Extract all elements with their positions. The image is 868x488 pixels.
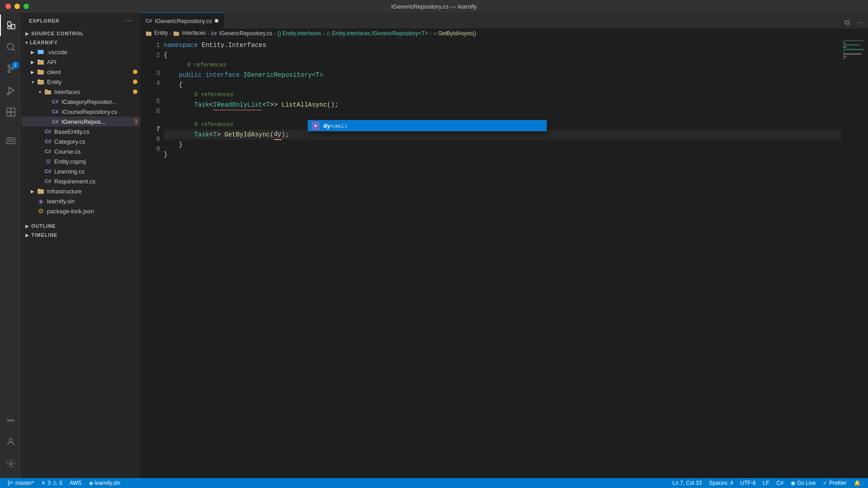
extensions-activity-icon[interactable]: [0, 101, 22, 123]
status-prettier[interactable]: ✓ Prettier: [819, 480, 850, 486]
svg-rect-11: [7, 112, 11, 116]
outline-section[interactable]: ▶ OUTLINE: [22, 221, 140, 230]
source-control-activity-icon[interactable]: 1: [0, 58, 22, 80]
go-live-icon: ◉: [791, 480, 795, 486]
svg-rect-15: [7, 138, 15, 144]
timeline-section[interactable]: ▶ TIMELINE: [22, 230, 140, 239]
svg-rect-13: [7, 108, 11, 112]
gt-7: >: [217, 130, 225, 140]
tree-item-packagelockjson[interactable]: ▶ ⚙ package-lock.json: [22, 206, 140, 216]
encoding-text: UTF-8: [741, 480, 756, 486]
timeline-label: TIMELINE: [31, 232, 57, 238]
minimap-line-6: [843, 51, 844, 52]
solution-icon: ◈: [89, 480, 93, 486]
breadcrumb-method[interactable]: ○ GetByIdAsync(): [433, 30, 476, 37]
json-icon: ⚙: [36, 207, 45, 215]
more-actions-icon[interactable]: ···: [855, 17, 864, 28]
status-bell[interactable]: 🔔: [850, 480, 864, 486]
tree-item-baseentity[interactable]: ▶ C# BaseEntity.cs: [22, 127, 140, 136]
autocomplete-item-label: dynamic: [323, 122, 348, 129]
tree-item-entitycsproj[interactable]: ▶ ⊡ Entity.csproj: [22, 156, 140, 166]
tree-item-requirement[interactable]: ▶ C# Requirement.cs: [22, 176, 140, 186]
svg-point-36: [8, 481, 10, 483]
status-encoding[interactable]: UTF-8: [737, 480, 760, 486]
indent-3: [164, 70, 179, 80]
aws-activity-icon[interactable]: aws: [0, 409, 22, 431]
source-control-label: SOURCE CONTROL: [31, 31, 84, 36]
tree-item-vscode[interactable]: ▶ .vscode: [22, 47, 140, 57]
remote-activity-icon[interactable]: [0, 130, 22, 152]
editor-content[interactable]: 1 2 · 3 4 · 5 6 · 7 8 9 namespace: [140, 38, 868, 478]
explorer-activity-icon[interactable]: [0, 14, 22, 36]
tree-label-learnifysln: learnify.sln: [47, 198, 140, 205]
settings-activity-icon[interactable]: [0, 453, 22, 474]
minimize-button[interactable]: [14, 4, 20, 9]
split-editor-icon[interactable]: ⧉: [843, 17, 851, 28]
tree-item-icategoryrepo[interactable]: ▶ C# ICategoryRepositor...: [22, 97, 140, 107]
run-activity-icon[interactable]: [0, 80, 22, 101]
tree-chevron-api: ▶: [29, 60, 36, 65]
breadcrumb-interface[interactable]: ◇ Entity.Interfaces.IGenericRepository<T…: [326, 30, 428, 37]
tree-label-course: Course.cs: [54, 148, 140, 155]
tab-bar: C# IGenericRepository.cs ⧉ ···: [140, 13, 868, 28]
tab-label: IGenericRepository.cs: [155, 18, 212, 24]
status-position[interactable]: Ln 7, Col 33: [669, 480, 706, 486]
learnify-section[interactable]: ▾ LEARNIFY: [22, 38, 140, 47]
line-num-2: 2: [140, 50, 160, 60]
tree-item-category[interactable]: ▶ C# Category.cs: [22, 136, 140, 146]
tree-item-infrastructure[interactable]: ▶ Infrastructure: [22, 186, 140, 196]
bell-icon: 🔔: [854, 480, 861, 486]
code-line-9: }: [164, 150, 841, 160]
breadcrumb-interfaces[interactable]: Interfaces: [173, 30, 206, 37]
autocomplete-item-icon: ◈: [311, 122, 320, 130]
cs-icon-icourserepo: C#: [51, 109, 60, 114]
indent-5: [164, 100, 194, 110]
status-solution[interactable]: ◈ learnify.sln: [85, 478, 124, 488]
minimap-line-5: [843, 49, 864, 50]
tree-label-entitycsproj: Entity.csproj: [54, 158, 140, 165]
hint-text-getbyid: 0 references: [194, 122, 233, 128]
close-button[interactable]: [5, 4, 11, 9]
tree-item-learnifysln[interactable]: ▶ ◈ learnify.sln: [22, 196, 140, 206]
csproj-icon: ⊡: [43, 159, 52, 164]
type-t: T: [266, 100, 270, 110]
tree-item-icourserepo[interactable]: ▶ C# ICourseRepository.cs: [22, 107, 140, 117]
status-go-live[interactable]: ◉ Go Live: [787, 480, 819, 486]
tree-item-interfaces[interactable]: ▾ Interfaces: [22, 87, 140, 97]
timeline-chevron: ▶: [25, 233, 29, 238]
status-language[interactable]: C#: [773, 480, 787, 486]
status-errors[interactable]: ✕ 3 ⚠ 0: [38, 478, 66, 488]
go-live-text: Go Live: [797, 480, 816, 486]
tree-item-api[interactable]: ▶ API: [22, 57, 140, 67]
tree-label-client: client: [47, 69, 133, 75]
account-activity-icon[interactable]: [0, 431, 22, 453]
tree-item-client[interactable]: ▶ client: [22, 67, 140, 77]
code-lines[interactable]: namespace Entity.Interfaces { 0 referenc…: [164, 38, 841, 478]
source-control-chevron: ▶: [25, 31, 29, 36]
status-spaces[interactable]: Spaces: 4: [705, 480, 736, 486]
maximize-button[interactable]: [24, 4, 29, 9]
active-tab[interactable]: C# IGenericRepository.cs: [140, 13, 224, 28]
breadcrumb-file[interactable]: C# IGenericRepository.cs: [211, 30, 272, 37]
branch-name: master*: [15, 480, 34, 486]
tab-modified-dot: [215, 19, 218, 23]
autocomplete-item-dynamic[interactable]: ◈ dynamic: [308, 120, 547, 131]
status-aws[interactable]: AWS: [66, 478, 85, 488]
tree-item-entity[interactable]: ▾ Entity: [22, 77, 140, 87]
search-activity-icon[interactable]: [0, 36, 22, 58]
breadcrumb-sep-5: ›: [430, 31, 432, 36]
tree-item-learning[interactable]: ▶ C# Learning.cs: [22, 166, 140, 176]
source-control-section[interactable]: ▶ SOURCE CONTROL: [22, 29, 140, 38]
tree-item-course[interactable]: ▶ C# Course.cs: [22, 146, 140, 156]
tree-label-baseentity: BaseEntity.cs: [54, 128, 140, 135]
editor-area: C# IGenericRepository.cs ⧉ ··· Entity ›: [140, 13, 868, 478]
breadcrumb-namespace[interactable]: {} Entity.Interfaces: [278, 30, 321, 37]
tree-item-igenericrepo[interactable]: ▶ C# IGenericRepos... 3: [22, 117, 140, 127]
sp1: [202, 70, 205, 80]
svg-point-37: [8, 484, 10, 486]
breadcrumb-entity[interactable]: Entity: [146, 30, 168, 37]
more-options-icon[interactable]: ···: [125, 16, 133, 25]
status-line-ending[interactable]: LF: [760, 480, 773, 486]
status-branch[interactable]: master*: [4, 478, 38, 488]
minimap-line-1: [843, 40, 864, 41]
